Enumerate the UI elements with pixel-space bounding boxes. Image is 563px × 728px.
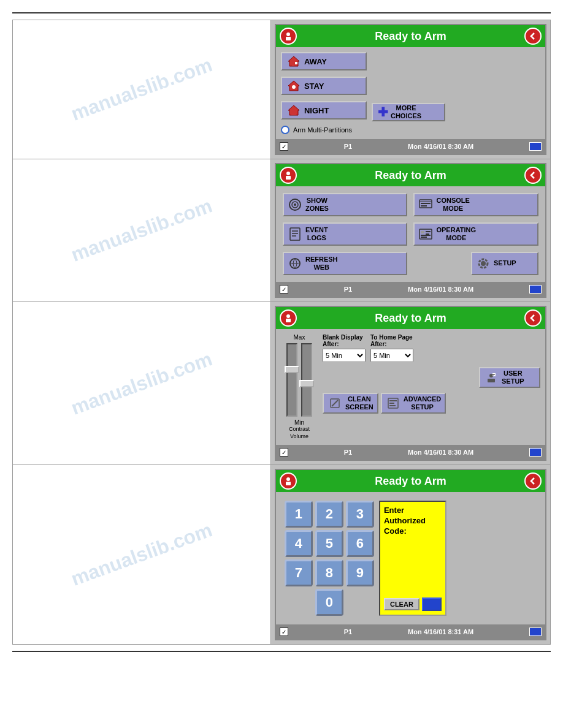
clear-ok-row: CLEAR <box>384 597 442 611</box>
clear-button[interactable]: CLEAR <box>384 598 419 610</box>
event-logs-button[interactable]: EVENT LOGS <box>283 222 408 246</box>
clean-screen-button[interactable]: CLEAN SCREEN <box>323 393 378 414</box>
svg-point-13 <box>294 203 296 206</box>
footer-time-2: Mon 4/16/01 8:30 AM <box>408 286 473 293</box>
svg-rect-42 <box>389 403 394 404</box>
back-icon-3[interactable] <box>524 309 542 327</box>
back-icon-4[interactable] <box>524 472 542 490</box>
footer-p1-4: P1 <box>344 628 352 635</box>
footer-checkbox-3[interactable]: ✓ <box>280 448 288 457</box>
panel-2-body: SHOW ZONES <box>276 186 545 282</box>
svg-point-0 <box>286 32 290 36</box>
footer-flag-4 <box>529 628 542 636</box>
show-zones-label: SHOW ZONES <box>305 197 329 213</box>
stay-button[interactable]: STAY <box>281 77 367 95</box>
footer-flag-3 <box>529 448 542 457</box>
panel-3-footer: ✓ P1 Mon 4/16/01 8:30 AM <box>276 445 545 460</box>
svg-point-44 <box>286 477 290 481</box>
show-zones-button[interactable]: SHOW ZONES <box>283 193 408 216</box>
footer-time-1: Mon 4/16/01 8:30 AM <box>408 143 473 150</box>
svg-rect-45 <box>286 482 291 485</box>
advanced-setup-button[interactable]: ADVANCED SETUP <box>381 393 446 414</box>
svg-rect-41 <box>389 400 397 401</box>
watermark-2: manualslib.com <box>68 194 215 266</box>
right-cell-2: Ready to Arm <box>270 159 550 302</box>
svg-rect-18 <box>290 228 300 240</box>
key-0[interactable]: 0 <box>315 589 343 616</box>
more-choices-button[interactable]: ✚ MORE CHOICES <box>372 103 445 121</box>
stay-label: STAY <box>304 82 324 91</box>
home-page-select[interactable]: 5 Min <box>370 349 413 362</box>
key-4[interactable]: 4 <box>285 530 313 557</box>
right-cell-4: Ready to Arm 1 2 3 <box>270 465 550 645</box>
svg-rect-24 <box>426 231 431 232</box>
panel-3-header: Ready to Arm <box>276 307 545 329</box>
key-8[interactable]: 8 <box>315 559 343 586</box>
contrast-thumb[interactable] <box>285 366 299 373</box>
svg-point-30 <box>481 261 486 266</box>
panel-2-footer: ✓ P1 Mon 4/16/01 8:30 AM <box>276 282 545 297</box>
panel-1: Ready to Arm <box>275 24 546 155</box>
back-icon-2[interactable] <box>524 167 542 184</box>
footer-p1-1: P1 <box>344 143 352 150</box>
console-mode-button[interactable]: CONSOLE MODE <box>413 193 538 216</box>
key-9[interactable]: 9 <box>346 559 374 586</box>
setup-layout: Max Min Contrast <box>281 334 540 440</box>
refresh-web-button[interactable]: REFRESH WEB <box>283 252 408 275</box>
panel-2: Ready to Arm <box>275 163 546 298</box>
watermark-3: manualslib.com <box>68 347 215 419</box>
security-icon-2 <box>280 167 297 184</box>
radio-multi-partition[interactable] <box>281 126 289 134</box>
away-row: AWAY <box>281 52 540 74</box>
settings-dropdowns-row: Blank DisplayAfter: 5 Min To Home PageAf… <box>323 334 540 362</box>
svg-rect-16 <box>421 203 431 204</box>
footer-time-4: Mon 4/16/01 8:31 AM <box>408 628 473 635</box>
page-container: manualslib.com Ready to Arm <box>12 12 551 652</box>
volume-slider[interactable] <box>301 343 312 417</box>
keypad-wrapper: 1 2 3 4 5 6 7 8 9 0 <box>285 501 374 616</box>
footer-checkbox-2[interactable]: ✓ <box>280 285 288 294</box>
svg-rect-4 <box>295 62 297 64</box>
svg-point-6 <box>292 85 296 89</box>
panel-1-footer: ✓ P1 Mon 4/16/01 8:30 AM <box>276 139 545 154</box>
panel-4-body: 1 2 3 4 5 6 7 8 9 0 <box>276 492 545 624</box>
contrast-slider[interactable] <box>286 343 297 417</box>
svg-rect-33 <box>286 319 291 322</box>
key-6[interactable]: 6 <box>346 530 374 557</box>
setup-icon <box>476 256 491 271</box>
footer-checkbox-4[interactable]: ✓ <box>280 628 288 636</box>
house-stay-icon <box>287 79 301 93</box>
ok-button[interactable] <box>422 597 442 611</box>
volume-thumb[interactable] <box>299 380 314 387</box>
operating-mode-button[interactable]: OPERATING MODE <box>413 222 538 246</box>
night-button[interactable]: NIGHT <box>281 101 367 119</box>
back-icon-1[interactable] <box>524 28 542 45</box>
key-5[interactable]: 5 <box>315 530 343 557</box>
right-cell-3: Ready to Arm Max <box>270 302 550 465</box>
away-button[interactable]: AWAY <box>281 52 367 70</box>
key-1[interactable]: 1 <box>285 501 313 528</box>
right-cell-1: Ready to Arm <box>270 20 550 159</box>
setup-button[interactable]: SETUP <box>471 252 538 275</box>
watermark-1: manualslib.com <box>68 53 215 125</box>
key-7[interactable]: 7 <box>285 559 313 586</box>
arm-multi-label: Arm Multi-Partitions <box>293 126 352 134</box>
away-label: AWAY <box>304 57 327 66</box>
user-setup-button[interactable]: USER SETUP <box>479 367 540 388</box>
max-label: Max <box>294 334 305 341</box>
keypad-body: 1 2 3 4 5 6 7 8 9 0 <box>281 497 540 620</box>
clean-screen-label: CLEAN SCREEN <box>345 395 373 411</box>
slider-area: Max Min Contrast <box>281 334 318 440</box>
console-icon <box>418 197 433 212</box>
footer-checkbox-1[interactable]: ✓ <box>280 142 288 151</box>
security-icon-4 <box>280 472 297 490</box>
key-2[interactable]: 2 <box>315 501 343 528</box>
zones-icon <box>288 197 302 212</box>
clean-icon <box>327 396 342 411</box>
advanced-icon <box>386 396 400 411</box>
min-label: Min <box>294 419 304 426</box>
blank-display-select[interactable]: 5 Min <box>323 349 366 362</box>
key-3[interactable]: 3 <box>346 501 374 528</box>
svg-rect-25 <box>426 233 429 235</box>
blank-display-group: Blank DisplayAfter: 5 Min <box>323 334 366 362</box>
